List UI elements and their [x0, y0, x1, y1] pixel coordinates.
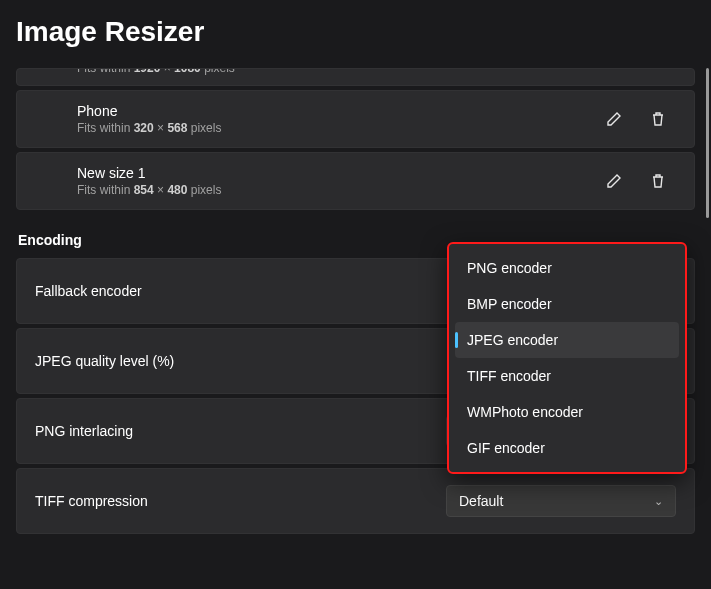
preset-desc: Fits within 1920 × 1080 pixels — [77, 68, 676, 75]
encoder-option[interactable]: WMPhoto encoder — [455, 394, 679, 430]
encoder-option[interactable]: GIF encoder — [455, 430, 679, 466]
setting-tiff-compression: TIFF compression Default ⌄ — [16, 468, 695, 534]
chevron-down-icon: ⌄ — [654, 495, 663, 508]
setting-label: PNG interlacing — [35, 423, 133, 439]
content-area: Fits within 1920 × 1080 pixels Phone Fit… — [0, 68, 711, 588]
encoder-option[interactable]: PNG encoder — [455, 250, 679, 286]
preset-desc: Fits within 320 × 568 pixels — [77, 121, 588, 135]
delete-button[interactable] — [640, 163, 676, 199]
preset-name: New size 1 — [77, 165, 588, 181]
scrollbar-thumb[interactable] — [706, 68, 709, 218]
tiff-compression-dropdown[interactable]: Default ⌄ — [446, 485, 676, 517]
encoder-option[interactable]: JPEG encoder — [455, 322, 679, 358]
page-title: Image Resizer — [0, 0, 711, 68]
preset-desc: Fits within 854 × 480 pixels — [77, 183, 588, 197]
edit-button[interactable] — [596, 101, 632, 137]
setting-label: TIFF compression — [35, 493, 148, 509]
edit-button[interactable] — [596, 163, 632, 199]
setting-label: JPEG quality level (%) — [35, 353, 174, 369]
preset-row[interactable]: Fits within 1920 × 1080 pixels — [16, 68, 695, 86]
setting-label: Fallback encoder — [35, 283, 142, 299]
encoder-option[interactable]: BMP encoder — [455, 286, 679, 322]
preset-row[interactable]: Phone Fits within 320 × 568 pixels — [16, 90, 695, 148]
delete-button[interactable] — [640, 101, 676, 137]
preset-name: Phone — [77, 103, 588, 119]
encoder-option[interactable]: TIFF encoder — [455, 358, 679, 394]
encoder-dropdown-menu: PNG encoderBMP encoderJPEG encoderTIFF e… — [447, 242, 687, 474]
preset-row[interactable]: New size 1 Fits within 854 × 480 pixels — [16, 152, 695, 210]
